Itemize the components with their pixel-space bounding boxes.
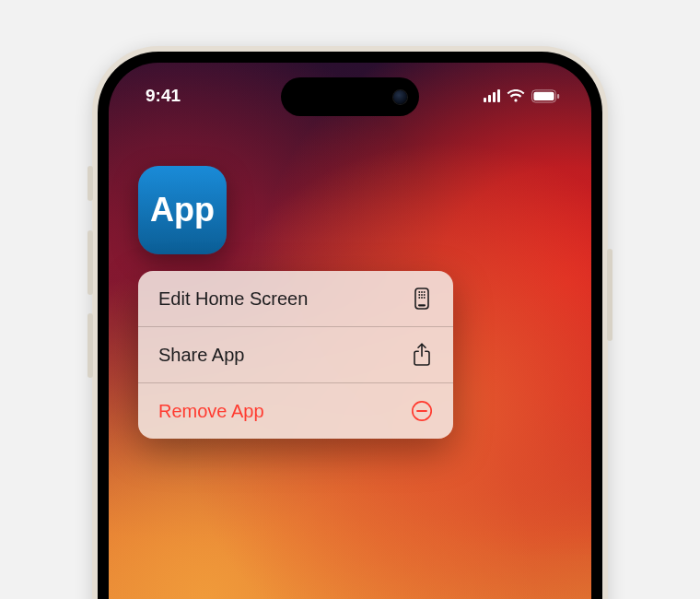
svg-point-9 [424, 294, 426, 296]
status-time: 9:41 [146, 86, 181, 106]
home-screen[interactable]: 9:41 [109, 63, 591, 599]
volume-up-button [88, 230, 93, 295]
menu-item-remove-app[interactable]: Remove App [138, 382, 453, 439]
power-button [607, 249, 612, 341]
front-camera [393, 90, 407, 104]
cellular-signal-icon [484, 89, 501, 102]
app-context-menu: Edit Home Screen [138, 271, 453, 439]
volume-down-button [88, 313, 93, 378]
menu-item-share-app[interactable]: Share App [138, 326, 453, 382]
svg-rect-13 [418, 304, 426, 306]
menu-item-label: Share App [158, 345, 244, 366]
svg-point-8 [421, 294, 423, 296]
battery-icon [531, 89, 560, 103]
wifi-icon [507, 89, 525, 103]
svg-rect-2 [557, 94, 559, 99]
menu-item-label: Remove App [158, 401, 264, 422]
menu-item-label: Edit Home Screen [158, 288, 308, 310]
svg-point-11 [421, 297, 423, 299]
svg-point-10 [418, 297, 420, 299]
dynamic-island [281, 77, 419, 116]
status-icons [484, 89, 561, 103]
phone-bezel: 9:41 [98, 52, 602, 599]
side-button [88, 166, 93, 201]
app-icon-label: App [150, 191, 215, 229]
remove-icon [411, 400, 433, 422]
phone-icon [411, 288, 433, 310]
svg-point-7 [418, 294, 420, 296]
app-icon[interactable]: App [138, 166, 227, 254]
share-icon [411, 344, 433, 366]
svg-point-4 [418, 291, 420, 293]
svg-point-12 [424, 297, 426, 299]
svg-point-6 [424, 291, 426, 293]
svg-rect-1 [533, 91, 554, 100]
menu-item-edit-home-screen[interactable]: Edit Home Screen [138, 271, 453, 326]
svg-point-5 [421, 291, 423, 293]
phone-device-frame: 9:41 [92, 46, 608, 599]
